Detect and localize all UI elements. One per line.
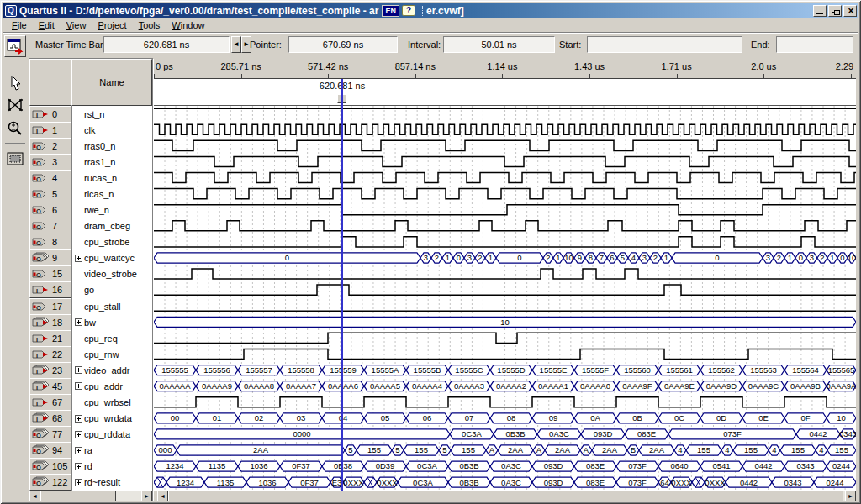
expand-toggle-icon[interactable] [75, 382, 82, 390]
menu-file[interactable]: File [6, 19, 33, 31]
signal-index-button-cpu_waitcyc[interactable]: O9 [29, 249, 71, 266]
signal-row-video_strobe[interactable]: video_strobe [72, 266, 152, 282]
signal-row-video_addr[interactable]: video_addr [72, 362, 152, 378]
signal-index-button-video_strobe[interactable]: O15 [29, 265, 71, 282]
restore-button[interactable] [828, 5, 842, 17]
signal-index-button-cpu_strobe[interactable]: O8 [29, 234, 71, 250]
scroll-right-icon[interactable]: ► [845, 491, 856, 501]
signal-row-cpu_req[interactable]: cpu_req [72, 330, 152, 346]
language-indicator[interactable]: EN [382, 5, 399, 17]
waveform-canvas[interactable]: 0321032102110987654321032103210101015555… [154, 106, 856, 491]
expand-toggle-icon[interactable] [75, 431, 82, 438]
signal-row-clk[interactable]: clk [72, 122, 152, 138]
close-button[interactable]: × [843, 5, 857, 17]
signal-index-button-clk[interactable]: I1 [29, 122, 71, 139]
wave-hscrollbar[interactable]: ◄ ► [157, 491, 856, 501]
signal-row-cpu_waitcyc[interactable]: cpu_waitcyc [72, 250, 152, 266]
master-time-bar-field[interactable]: 620.681 ns [103, 36, 230, 53]
expand-toggle-icon[interactable] [75, 463, 82, 470]
selection-tool-button[interactable] [4, 72, 26, 94]
signal-row-rucas_n[interactable]: rucas_n [72, 170, 152, 186]
time-bar-prev-button[interactable]: ◄ [231, 36, 241, 53]
end-field[interactable] [776, 36, 853, 53]
signal-index-button-rras1_n[interactable]: O3 [29, 154, 71, 171]
signal-index: 77 [52, 429, 62, 439]
minimize-button[interactable] [813, 5, 827, 17]
signal-index-button-rwe_n[interactable]: O6 [29, 202, 71, 218]
expand-toggle-icon[interactable] [75, 318, 82, 326]
signal-index-button-ra[interactable]: O94 [29, 442, 71, 459]
minimize-icon [816, 13, 823, 14]
signal-name: cpu_strobe [84, 237, 129, 247]
input-pin-icon: I [32, 333, 50, 344]
menu-tools[interactable]: Tools [133, 19, 166, 31]
scroll-right-icon[interactable]: ► [141, 491, 152, 501]
signal-row-cpu_addr[interactable]: cpu_addr [72, 378, 152, 394]
signal-row-ra[interactable]: ra [72, 443, 152, 459]
waveform-editor-button[interactable] [4, 35, 26, 57]
start-field[interactable] [587, 36, 742, 53]
signal-index-button-cpu_rddata[interactable]: O77 [29, 426, 71, 443]
signal-index-button-cpu_rnw[interactable]: I22 [29, 346, 71, 363]
signal-row-cpu_rddata[interactable]: cpu_rddata [72, 427, 152, 443]
signal-row-cpu_stall[interactable]: cpu_stall [72, 298, 152, 314]
signal-row-dram_cbeg[interactable]: dram_cbeg [72, 218, 152, 234]
signal-row-cpu_rnw[interactable]: cpu_rnw [72, 346, 152, 362]
signal-index-button-bw[interactable]: I18 [29, 314, 71, 331]
signal-row-rras1_n[interactable]: rras1_n [72, 154, 152, 170]
signal-index-button-dram_cbeg[interactable]: O7 [29, 218, 71, 234]
signal-index-button-cpu_stall[interactable]: O17 [29, 298, 71, 315]
signal-index-button-rucas_n[interactable]: O4 [29, 170, 71, 186]
signal-row-cpu_wrbsel[interactable]: cpu_wrbsel [72, 395, 152, 411]
signal-index-button-cpu_addr[interactable]: I45 [29, 378, 71, 395]
name-panel-hscrollbar[interactable]: ◄ ► [29, 491, 152, 501]
master-time-bar-strip[interactable]: 620.681 ns [154, 79, 856, 106]
signal-row-bw[interactable]: bw [72, 314, 152, 330]
app-icon: Q [5, 5, 17, 17]
signal-index-button-cpu_wrbsel[interactable]: I67 [29, 394, 71, 411]
zoom-tool-button[interactable] [4, 118, 26, 139]
menu-view[interactable]: View [61, 19, 92, 31]
scroll-left-icon[interactable]: ◄ [157, 491, 168, 501]
signal-index-button-rst_n[interactable]: I0 [29, 106, 71, 123]
language-bar-drag-handle[interactable] [420, 6, 423, 16]
scroll-left-icon[interactable]: ◄ [29, 491, 40, 501]
expand-toggle-icon[interactable] [75, 479, 82, 486]
svg-text:0: 0 [457, 253, 461, 262]
signal-index-button-rlcas_n[interactable]: O5 [29, 186, 71, 202]
name-scroll-thumb[interactable] [40, 491, 116, 501]
find-transition-tool-button[interactable] [4, 94, 26, 116]
signal-row-rwe_n[interactable]: rwe_n [72, 202, 152, 218]
expand-toggle-icon[interactable] [75, 366, 82, 374]
signal-row-cpu_wrdata[interactable]: cpu_wrdata [72, 411, 152, 427]
signal-index-button-rd~result[interactable]: O122 [29, 474, 71, 491]
signal-row-go[interactable]: go [72, 282, 152, 298]
menu-window[interactable]: Window [166, 19, 210, 31]
title-bar[interactable]: Q Quartus II - D:/d/pentevo/fpga/_ver0.0… [3, 3, 858, 18]
time-ruler[interactable]: 0 ps285.71 ns571.42 ns857.14 ns1.14 us1.… [154, 59, 856, 79]
signal-index-button-go[interactable]: I16 [29, 281, 71, 298]
fit-in-window-button[interactable] [4, 148, 26, 170]
menu-edit[interactable]: Edit [33, 19, 61, 31]
signal-index-button-video_addr[interactable]: I23 [29, 362, 71, 379]
expand-toggle-icon[interactable] [75, 447, 82, 454]
signal-row-rd~result[interactable]: rd~result [72, 475, 152, 491]
signal-row-cpu_strobe[interactable]: cpu_strobe [72, 234, 152, 250]
signal-row-rlcas_n[interactable]: rlcas_n [72, 186, 152, 202]
language-bar-help-icon[interactable]: ? [402, 5, 415, 16]
menu-project[interactable]: Project [92, 19, 132, 31]
interval-field: 50.01 ns [443, 36, 555, 53]
expand-toggle-icon[interactable] [75, 415, 82, 423]
signal-index-button-cpu_wrdata[interactable]: I68 [29, 410, 71, 427]
wave-scroll-thumb[interactable] [168, 491, 843, 501]
master-time-bar-cursor[interactable] [341, 79, 343, 491]
signal-index-button-rd[interactable]: O105 [29, 458, 71, 475]
svg-text:5: 5 [395, 445, 399, 454]
signal-row-rd[interactable]: rd [72, 459, 152, 475]
signal-index-button-rras0_n[interactable]: O2 [29, 138, 71, 155]
signal-row-rras0_n[interactable]: rras0_n [72, 138, 152, 154]
expand-toggle-icon[interactable] [75, 255, 82, 262]
svg-text:0XXX: 0XXX [377, 478, 398, 487]
signal-index-button-cpu_req[interactable]: I21 [29, 330, 71, 347]
signal-row-rst_n[interactable]: rst_n [72, 106, 152, 122]
